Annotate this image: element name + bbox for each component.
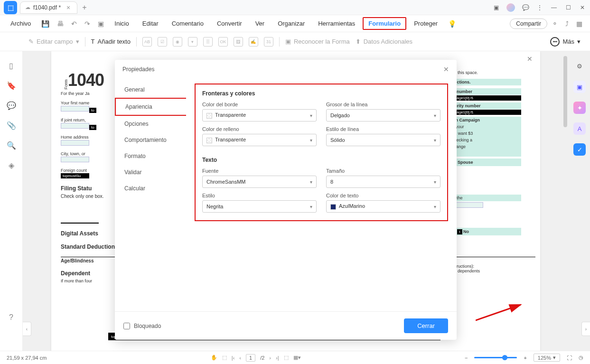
- menu-editar[interactable]: Editar: [137, 17, 164, 30]
- new-tab-button[interactable]: +: [82, 3, 86, 12]
- document-tab[interactable]: ☁ f1040.pdf * ×: [20, 1, 77, 14]
- chevron-down-icon: ▾: [434, 179, 436, 185]
- print-icon[interactable]: 🖶: [54, 18, 66, 29]
- field-box[interactable]: [61, 106, 89, 112]
- tab-comportamiento[interactable]: Comportamiento: [115, 132, 186, 148]
- layout-icon[interactable]: ▦▾: [293, 355, 301, 361]
- panel-icon[interactable]: ▣: [492, 4, 500, 11]
- redo-icon[interactable]: ↷: [82, 18, 93, 29]
- settings-rail-icon[interactable]: ⚙: [573, 60, 586, 72]
- tab-filename: f1040.pdf *: [33, 4, 61, 11]
- share-button[interactable]: Compartir: [510, 19, 547, 29]
- collapse-left-button[interactable]: ‹: [23, 322, 31, 336]
- tab-apariencia[interactable]: Apariencia: [115, 98, 186, 116]
- fullscreen-icon[interactable]: ⛶: [567, 355, 572, 361]
- list-field-icon[interactable]: ☰: [203, 37, 213, 47]
- tab-validar[interactable]: Validar: [115, 164, 186, 180]
- line-style-select[interactable]: Sólido▾: [326, 134, 440, 146]
- save-icon[interactable]: 💾: [38, 18, 52, 29]
- bookmarks-icon[interactable]: 🔖: [7, 81, 16, 90]
- app-logo[interactable]: ⬚: [4, 1, 17, 14]
- add-text-button[interactable]: T Añadir texto: [91, 38, 131, 45]
- kebab-icon[interactable]: ⋮: [536, 4, 543, 11]
- menu-inicio[interactable]: Inicio: [109, 17, 134, 30]
- zoom-in-icon[interactable]: +: [524, 355, 526, 361]
- vertical-scrollbar[interactable]: [563, 56, 567, 127]
- edit-field-button[interactable]: ✎ Editar campo ▾: [28, 38, 79, 45]
- tab-calcular[interactable]: Calcular: [115, 180, 186, 196]
- avatar[interactable]: [506, 3, 515, 12]
- text-color-select[interactable]: AzulMarino▾: [326, 200, 440, 213]
- image-field-icon[interactable]: 🖼: [234, 37, 243, 47]
- font-select[interactable]: ChromeSansMM▾: [202, 176, 317, 188]
- bulb-icon[interactable]: 💡: [445, 18, 459, 29]
- close-button[interactable]: Cerrar: [404, 318, 448, 333]
- field-box[interactable]: [61, 140, 89, 146]
- zoom-out-icon[interactable]: −: [465, 355, 468, 361]
- line-width-select[interactable]: Delgado▾: [326, 109, 440, 121]
- menu-comentario[interactable]: Comentario: [166, 17, 209, 30]
- hand-tool-icon[interactable]: ✋: [211, 355, 217, 361]
- ai-rail-icon[interactable]: ✦: [573, 102, 586, 114]
- upload-icon[interactable]: ⤴: [562, 18, 571, 29]
- read-mode-icon[interactable]: ◷: [579, 355, 583, 361]
- chat-icon[interactable]: 💬: [522, 4, 529, 11]
- comments-icon[interactable]: 💬: [7, 101, 16, 110]
- zoom-slider[interactable]: [474, 357, 517, 358]
- prev-page-icon[interactable]: ‹: [239, 355, 241, 361]
- attachments-icon[interactable]: 📎: [7, 121, 16, 130]
- size-select[interactable]: 8▾: [326, 176, 440, 188]
- menu-convertir[interactable]: Convertir: [211, 17, 248, 30]
- style-select[interactable]: Negrita▾: [202, 200, 317, 213]
- tab-general[interactable]: General: [115, 82, 186, 98]
- search-icon[interactable]: 🔍: [7, 140, 16, 150]
- locked-checkbox-input[interactable]: [123, 323, 130, 329]
- radio-field-icon[interactable]: ◉: [173, 37, 182, 47]
- select-tool-icon[interactable]: ⬚: [222, 355, 227, 361]
- dropdown-field-icon[interactable]: ▾: [188, 37, 197, 47]
- tab-opciones[interactable]: Opciones: [115, 116, 186, 132]
- fit-icon[interactable]: ⬚: [284, 355, 289, 361]
- menu-archivo[interactable]: Archivo: [5, 17, 37, 30]
- link-icon[interactable]: ⚬: [549, 18, 561, 29]
- translate-rail-icon[interactable]: A: [573, 122, 586, 135]
- help-icon[interactable]: ?: [7, 313, 16, 322]
- signature-field-icon[interactable]: ✍: [249, 37, 258, 47]
- maximize-icon[interactable]: ☐: [564, 4, 572, 11]
- last-page-icon[interactable]: ›|: [276, 355, 279, 361]
- page-input[interactable]: 1: [246, 354, 255, 362]
- checkbox-field-icon[interactable]: ☑: [158, 37, 167, 47]
- field-ab-icon[interactable]: AB: [142, 37, 152, 47]
- menu-proteger[interactable]: Proteger: [408, 17, 443, 30]
- close-icon[interactable]: ×: [66, 4, 70, 11]
- check-rail-icon[interactable]: ✓: [573, 143, 586, 156]
- field-box[interactable]: [61, 157, 89, 162]
- minimize-icon[interactable]: —: [550, 4, 558, 11]
- field-box[interactable]: [61, 123, 89, 129]
- app-icon[interactable]: ▣: [95, 18, 107, 29]
- button-field-icon[interactable]: OK: [218, 37, 228, 47]
- page-close-icon[interactable]: ✕: [527, 55, 533, 63]
- additional-data-button[interactable]: ⬆ Datos Adicionales: [356, 38, 412, 45]
- menu-herramientas[interactable]: Herramientas: [312, 17, 361, 30]
- thumbnails-icon[interactable]: ▯: [7, 61, 16, 70]
- undo-icon[interactable]: ↶: [68, 18, 80, 29]
- zoom-select[interactable]: 125% ▾: [534, 354, 560, 362]
- tool-rail-icon[interactable]: ▣: [573, 81, 586, 93]
- grid-icon[interactable]: ▦: [573, 18, 585, 29]
- first-page-icon[interactable]: |‹: [232, 355, 235, 361]
- layers-icon[interactable]: ◈: [7, 160, 16, 170]
- menu-formulario[interactable]: Formulario: [363, 17, 406, 30]
- border-color-select[interactable]: Transparente▾: [202, 109, 317, 121]
- dialog-close-icon[interactable]: ✕: [443, 65, 449, 73]
- close-window-icon[interactable]: ✕: [579, 4, 586, 11]
- more-button[interactable]: ••• Más ▾: [550, 37, 581, 47]
- next-page-icon[interactable]: ›: [269, 355, 271, 361]
- locked-checkbox[interactable]: Bloqueado: [123, 323, 161, 329]
- menu-organizar[interactable]: Organizar: [272, 17, 310, 30]
- menu-ver[interactable]: Ver: [250, 17, 271, 30]
- tab-formato[interactable]: Formato: [115, 148, 186, 164]
- date-field-icon[interactable]: 31: [264, 37, 273, 47]
- fill-color-select[interactable]: Transparente▾: [202, 134, 317, 146]
- recognize-form-button[interactable]: ▣ Reconocer la Forma: [285, 38, 350, 45]
